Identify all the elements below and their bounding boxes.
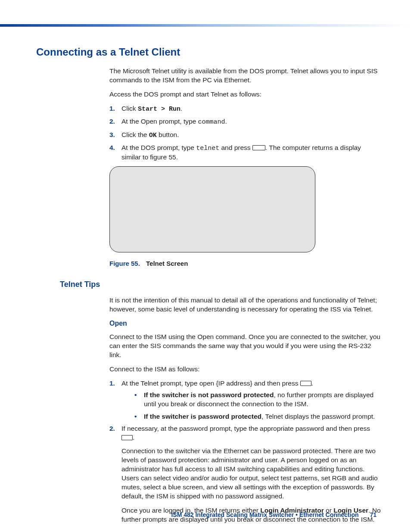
step-number: 1. [109, 104, 115, 113]
step-1: 1. Click Start > Run. [109, 104, 381, 114]
step-text: Click the [121, 131, 149, 138]
figure-label: Figure 55. [109, 260, 140, 267]
open-step-2-paragraph: Connection to the switcher via the Ether… [121, 447, 381, 501]
code-ok: OK [149, 132, 157, 139]
code-command: command [198, 118, 225, 126]
open-paragraph-2: Connect to the ISM as follows: [109, 365, 381, 374]
code-start-run: Start > Run [138, 106, 181, 113]
open-step-1: 1. At the Telnet prompt, type open {IP a… [109, 379, 381, 421]
enter-key-icon [252, 145, 265, 150]
step-number: 4. [109, 143, 115, 152]
figure-caption: Figure 55. Telnet Screen [109, 259, 381, 268]
page-title: Connecting as a Telnet Client [36, 45, 381, 59]
intro-paragraph-1: The Microsoft Telnet utility is availabl… [109, 67, 381, 85]
step-number: 3. [109, 131, 115, 140]
step-text: and press [219, 144, 252, 151]
footer-title: ISM 482 Integrated Scaling Matrix Switch… [171, 511, 358, 518]
step-number: 2. [109, 424, 115, 433]
intro-paragraph-2: Access the DOS prompt and start Telnet a… [109, 90, 381, 99]
step-text: . [311, 380, 313, 387]
enter-key-icon [121, 435, 133, 440]
open-step-2: 2. If necessary, at the password prompt,… [109, 424, 381, 524]
step-text: button. [157, 131, 179, 138]
bullet-protected: If the switcher is password protected, T… [134, 412, 381, 421]
figure-55-placeholder [109, 166, 315, 252]
step-text: . [133, 434, 134, 441]
open-steps-list: 1. At the Telnet prompt, type open {IP a… [109, 379, 381, 524]
tips-intro: It is not the intention of this manual t… [109, 296, 381, 314]
step-number: 2. [109, 117, 115, 126]
step-text: . [225, 118, 227, 125]
page-footer: ISM 482 Integrated Scaling Matrix Switch… [0, 511, 411, 519]
step-text: . [181, 105, 182, 112]
code-telnet: telnet [196, 145, 219, 152]
step-text: At the Telnet prompt, type open {IP addr… [121, 380, 300, 387]
step-2: 2. At the Open prompt, type command. [109, 117, 381, 127]
enter-key-icon [300, 381, 311, 386]
step-text: At the Open prompt, type [121, 118, 198, 125]
step-3: 3. Click the OK button. [109, 131, 381, 140]
step-text: At the DOS prompt, type [121, 144, 196, 151]
bullet-not-protected: If the switcher is not password protecte… [134, 391, 381, 409]
figure-title: Telnet Screen [146, 260, 188, 267]
step-number: 1. [109, 379, 115, 388]
open-paragraph-1: Connect to the ISM using the Open comman… [109, 333, 381, 360]
open-heading: Open [109, 319, 381, 328]
header-gradient-bar [0, 24, 411, 27]
open-step-1-bullets: If the switcher is not password protecte… [134, 391, 381, 421]
step-text: If necessary, at the password prompt, ty… [121, 425, 370, 432]
page-content: Connecting as a Telnet Client The Micros… [36, 45, 381, 529]
bullet-bold: If the switcher is not password protecte… [144, 391, 274, 398]
telnet-tips-heading: Telnet Tips [60, 279, 381, 289]
footer-page-number: 71 [370, 511, 377, 518]
bullet-bold: If the switcher is password protected [144, 413, 262, 420]
step-4: 4. At the DOS prompt, type telnet and pr… [109, 143, 381, 162]
setup-steps-list: 1. Click Start > Run. 2. At the Open pro… [109, 104, 381, 162]
bullet-rest: , Telnet displays the password prompt. [262, 413, 375, 420]
step-text: Click [121, 105, 138, 112]
